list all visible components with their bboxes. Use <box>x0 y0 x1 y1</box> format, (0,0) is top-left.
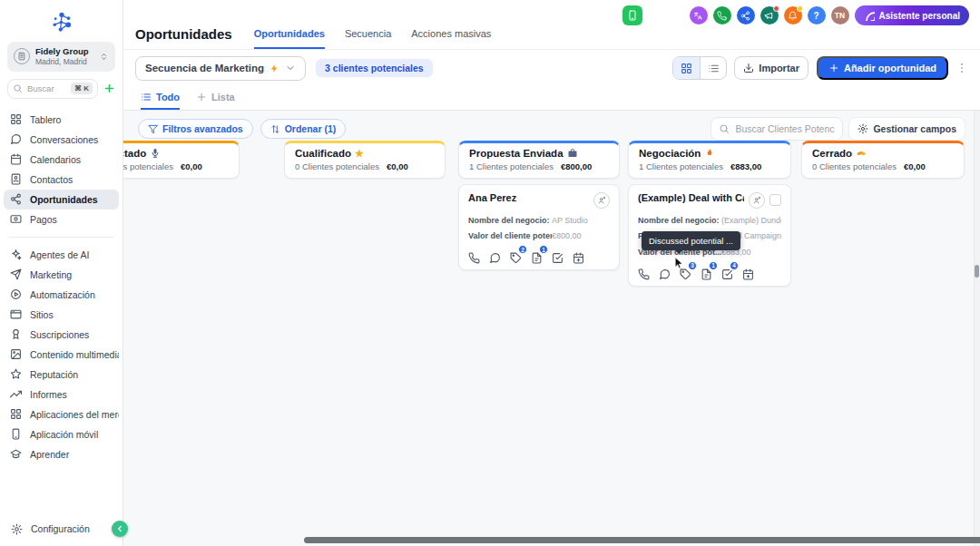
announcements-button[interactable] <box>760 6 779 24</box>
sidebar-item-sitios[interactable]: Sitios <box>4 305 119 325</box>
tab-secuencia[interactable]: Secuencia <box>345 28 391 49</box>
conversation-action-icon[interactable] <box>659 266 671 278</box>
column-header[interactable]: Cualificado★ 0 Clientes potenciales€0,00 <box>284 141 446 179</box>
filter-icon <box>148 124 158 134</box>
help-button[interactable]: ? <box>808 6 826 24</box>
vertical-scrollbar[interactable] <box>974 111 980 546</box>
tasks-count-badge: 4 <box>730 261 739 270</box>
tab-add-lista[interactable]: Lista <box>196 86 235 110</box>
plus-icon <box>828 63 839 73</box>
assistant-personal-button[interactable]: Asistente personal <box>855 5 969 25</box>
topbar: Oportunidades Oportunidades Secuencia Ac… <box>123 0 980 50</box>
list-icon <box>708 63 720 74</box>
opportunity-card-ana-perez[interactable]: Ana Perez Nombre del negocio:AP Studio V… <box>458 184 620 270</box>
tags-action-icon[interactable]: 3 <box>680 266 691 278</box>
calendar-action-icon[interactable] <box>742 266 754 278</box>
search-icon <box>13 83 23 93</box>
column-count: 0 Clientes potenciales <box>123 161 173 171</box>
column-header[interactable]: Propuesta Enviada 1 Clientes potenciales… <box>458 141 620 179</box>
sidebar-item-contenido-multimedia[interactable]: Contenido multimedia U... <box>4 345 119 365</box>
sidebar-item-aplicaciones-mercado[interactable]: Aplicaciones del mercado <box>4 405 119 424</box>
sidebar-item-tablero[interactable]: Tablero <box>4 110 119 130</box>
plus-icon <box>103 83 115 94</box>
manage-fields-button[interactable]: Gestionar campos <box>848 117 965 141</box>
sidebar-item-automatizacion[interactable]: Automatización <box>4 285 119 305</box>
kanban-view-button[interactable] <box>673 57 700 79</box>
card-action-icons: 3 1 4 <box>638 266 781 278</box>
pipeline-select[interactable]: Secuencia de Marketing <box>135 56 306 81</box>
notes-action-icon[interactable]: 1 <box>531 249 543 261</box>
card-select-checkbox[interactable] <box>769 194 781 206</box>
calendar-action-icon[interactable] <box>573 249 584 261</box>
column-header[interactable]: Contactado 0 Clientes potenciales€0,00 <box>123 141 240 179</box>
tasks-action-icon[interactable]: 4 <box>721 266 733 278</box>
notifications-button[interactable] <box>784 6 802 24</box>
import-button[interactable]: Importar <box>734 56 808 80</box>
mobile-app-button[interactable] <box>622 5 642 25</box>
sidebar-item-aprender[interactable]: Aprender <box>4 444 119 464</box>
column-count: 0 Clientes potenciales <box>812 161 897 171</box>
phone-call-button[interactable] <box>713 6 731 24</box>
tags-action-icon[interactable]: 2 <box>510 249 522 261</box>
column-cualificado: Cualificado★ 0 Clientes potenciales€0,00 <box>284 141 446 179</box>
conversation-action-icon[interactable] <box>489 249 501 261</box>
column-header[interactable]: Negociación 1 Clientes potenciales€883,0… <box>628 141 791 179</box>
notes-count-badge: 1 <box>539 245 548 254</box>
add-opportunity-button[interactable]: Añadir oportunidad <box>817 56 948 80</box>
sort-button[interactable]: Ordenar (1) <box>260 119 347 139</box>
contacts-book-icon <box>10 173 22 185</box>
advanced-filters-button[interactable]: Filtros avanzados <box>138 119 253 139</box>
assign-owner-button[interactable] <box>749 192 765 209</box>
sidebar-search-input[interactable]: Buscar ⌘ K <box>7 79 98 99</box>
payments-icon <box>10 213 22 225</box>
sidebar-item-configuracion[interactable]: Configuración <box>0 512 122 546</box>
sidebar-item-agentes-ai[interactable]: Agentes de AI <box>4 245 119 265</box>
sidebar-item-calendarios[interactable]: Calendarios <box>4 150 119 170</box>
opportunities-network-icon <box>10 193 22 205</box>
board-toolbar: Secuencia de Marketing 3 clientes potenc… <box>123 50 980 86</box>
vertical-scrollbar-thumb[interactable] <box>975 265 979 278</box>
list-view-button[interactable] <box>700 57 726 79</box>
sidebar-item-informes[interactable]: Informes <box>4 385 119 405</box>
dashboard-grid-icon <box>10 113 22 125</box>
tab-acciones-masivas[interactable]: Acciones masivas <box>411 28 491 49</box>
sidebar-collapse-button[interactable] <box>112 521 128 537</box>
sidebar-item-pagos[interactable]: Pagos <box>4 210 119 229</box>
sidebar-item-marketing[interactable]: Marketing <box>4 265 119 285</box>
tab-todo[interactable]: Todo <box>141 86 180 110</box>
sidebar-item-contactos[interactable]: Contactos <box>4 170 119 190</box>
search-icon <box>719 123 730 134</box>
user-avatar[interactable]: TN <box>831 6 849 24</box>
sidebar-item-oportunidades[interactable]: Oportunidades <box>4 190 119 210</box>
opportunities-shortcut-button[interactable] <box>737 6 755 24</box>
call-action-icon[interactable] <box>638 266 650 278</box>
topbar-icons: ? TN Asistente personal <box>622 5 969 25</box>
call-action-icon[interactable] <box>468 249 480 261</box>
glowing-star-icon: ★ <box>355 149 364 159</box>
column-header[interactable]: Cerrado 0 Clientes potenciales€0,00 <box>801 141 965 179</box>
sidebar-item-aplicacion-movil[interactable]: Aplicación móvil <box>4 424 119 444</box>
sidebar-item-conversaciones[interactable]: Conversaciones <box>4 130 119 150</box>
quick-add-button[interactable] <box>103 83 115 94</box>
leads-count-badge[interactable]: 3 clientes potenciales <box>316 59 433 77</box>
lightning-icon <box>270 63 279 73</box>
tags-count-badge: 2 <box>518 245 527 254</box>
sidebar-item-reputacion[interactable]: Reputación <box>4 365 119 385</box>
sidebar-item-suscripciones[interactable]: Suscripciones <box>4 325 119 345</box>
leads-search-input[interactable]: Buscar Clientes Potencia <box>710 117 843 141</box>
megaphone-icon <box>764 11 774 21</box>
tab-oportunidades[interactable]: Oportunidades <box>254 28 325 49</box>
more-options-button[interactable] <box>956 62 968 74</box>
notes-action-icon[interactable]: 1 <box>701 266 712 278</box>
tags-count-badge: 3 <box>688 261 697 270</box>
tasks-action-icon[interactable] <box>552 249 564 261</box>
translate-button[interactable] <box>690 6 708 24</box>
field-value: €800,00 <box>552 231 582 240</box>
sidebar-divider <box>9 237 113 238</box>
horizontal-scrollbar-thumb[interactable] <box>304 537 980 543</box>
column-value: €0,00 <box>904 161 926 171</box>
company-selector[interactable]: Fidely Group Madrid, Madrid <box>7 42 115 72</box>
assign-owner-button[interactable] <box>593 192 610 209</box>
company-icon <box>14 48 30 64</box>
smartphone-icon <box>10 428 22 440</box>
